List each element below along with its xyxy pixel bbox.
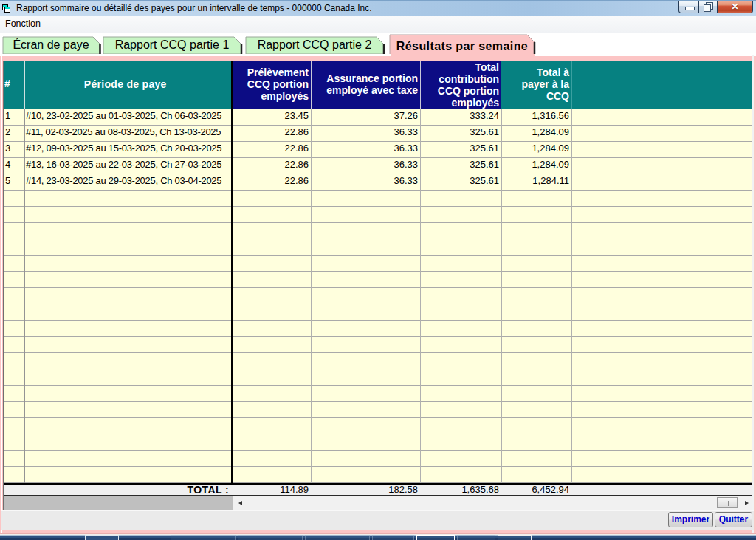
svg-text:Rapport CCQ partie 1: Rapport CCQ partie 1 — [115, 38, 230, 51]
svg-text:Rapport CCQ partie 2: Rapport CCQ partie 2 — [258, 38, 372, 51]
svg-text:Écran de paye: Écran de paye — [13, 38, 89, 51]
svg-text:Résultats par semaine: Résultats par semaine — [396, 40, 528, 52]
